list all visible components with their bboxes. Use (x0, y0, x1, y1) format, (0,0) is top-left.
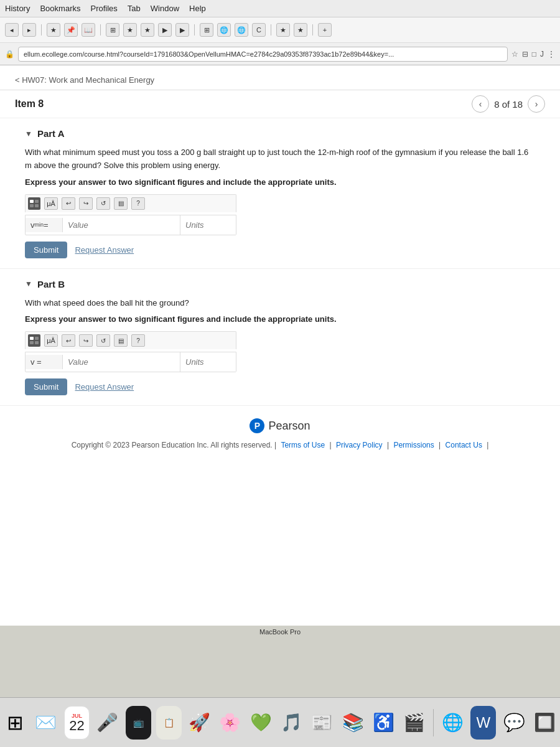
prev-item-button[interactable]: ‹ (472, 95, 489, 113)
part-a-submit-button[interactable]: Submit (25, 242, 67, 258)
part-a-action-row: Submit Request Answer (25, 242, 535, 258)
footer-links: Copyright © 2023 Pearson Education Inc. … (25, 441, 535, 449)
hw-title: < HW07: Work and Mechanical Energy (15, 75, 545, 85)
dock-siri[interactable]: 🎤 (95, 706, 120, 740)
permissions-link[interactable]: Permissions (393, 441, 434, 449)
part-b-units-input[interactable] (180, 352, 236, 372)
toolbar-row: ◂ ▸ ★ 📌 📖 ⊞ ★ ★ ▶ ▶ ⊞ 🌐 🌐 C ★ ★ + (0, 17, 560, 42)
part-b-value-input[interactable] (63, 352, 180, 372)
toolbar-icon-3[interactable]: ★ (141, 23, 154, 37)
play-button[interactable]: ▶ (158, 23, 172, 37)
dock-launchpad-2[interactable]: 🚀 (187, 706, 212, 740)
globe-icon[interactable]: 🌐 (217, 23, 231, 37)
keyboard-button-b[interactable]: ▤ (114, 334, 128, 347)
dock-messages[interactable]: 💬 (501, 706, 526, 740)
menu-history[interactable]: History (5, 4, 30, 13)
part-b-toggle[interactable]: ▼ (25, 280, 32, 288)
dock-accessibility[interactable]: ♿ (371, 706, 396, 740)
user-icon[interactable]: J (540, 50, 544, 59)
part-a-toggle[interactable]: ▼ (25, 129, 32, 138)
part-a-units-input[interactable] (180, 215, 236, 235)
part-b-title: Part B (37, 279, 65, 289)
part-a-answer-toolbar: μÂ ↩ ↪ ↺ ▤ ? (25, 194, 236, 212)
part-a-request-answer[interactable]: Request Answer (75, 245, 134, 255)
privacy-policy-link[interactable]: Privacy Policy (336, 441, 383, 449)
dock-launchpad[interactable]: ⊞ (2, 706, 28, 740)
macbook-label: MacBook Pro (0, 626, 560, 638)
toolbar-separator-4 (271, 24, 271, 35)
redo-button[interactable]: ↪ (79, 197, 93, 210)
c-icon[interactable]: C (252, 23, 266, 37)
back-button[interactable]: ◂ (5, 23, 19, 37)
dock: ⊞ ✉️ JUL 22 🎤 📺 📋 🚀 🌸 💚 🎵 📰 📚 ♿ 🎬 🌐 W 💬 … (0, 697, 560, 747)
dock-news[interactable]: 📰 (309, 706, 335, 740)
grid-icon[interactable]: ⊞ (200, 23, 213, 37)
pin-icon[interactable]: 📌 (64, 23, 78, 37)
pearson-brand-name: Pearson (268, 420, 310, 433)
star-icon-2[interactable]: ★ (276, 23, 290, 37)
dock-screenium[interactable]: 🎬 (401, 706, 427, 740)
terms-of-use-link[interactable]: Terms of Use (281, 441, 325, 449)
dock-notes[interactable]: 📋 (156, 706, 182, 740)
part-b-submit-button[interactable]: Submit (25, 378, 67, 395)
toolbar-separator-3 (194, 24, 195, 35)
help-button-a[interactable]: ? (131, 197, 145, 210)
dock-tv[interactable]: 📺 (126, 706, 151, 740)
undo-button[interactable]: ↩ (62, 197, 75, 210)
part-a-var-label: vmin = (26, 218, 63, 232)
lock-icon: 🔒 (5, 50, 14, 59)
address-input[interactable] (18, 47, 508, 62)
part-a-section: ▼ Part A With what minimum speed must yo… (0, 118, 560, 269)
play-button-2[interactable]: ▶ (175, 23, 189, 37)
next-item-button[interactable]: › (528, 95, 545, 113)
dock-finder[interactable]: 💚 (248, 706, 274, 740)
menu-profiles[interactable]: Profiles (90, 4, 117, 13)
dock-mail[interactable]: ✉️ (33, 706, 58, 740)
nav-count: 8 of 18 (494, 99, 523, 110)
toolbar-icon-2[interactable]: ★ (123, 23, 137, 37)
undo-button-b[interactable]: ↩ (62, 334, 75, 347)
dots-icon[interactable]: ⋮ (548, 50, 555, 59)
menu-tab[interactable]: Tab (128, 4, 141, 13)
address-bar: 🔒 ☆ ⊟ □ J ⋮ (0, 42, 560, 65)
dock-word[interactable]: W (470, 706, 496, 740)
mu-button[interactable]: μÂ (44, 197, 58, 210)
dock-books[interactable]: 📚 (340, 706, 365, 740)
reader-icon[interactable]: 📖 (82, 23, 95, 37)
mu-button-b[interactable]: μÂ (44, 334, 58, 347)
help-button-b[interactable]: ? (131, 334, 145, 347)
toolbar-icon-1[interactable]: ⊞ (106, 23, 119, 37)
footer-copyright: Copyright © 2023 Pearson Education Inc. … (72, 441, 273, 449)
refresh-button[interactable]: ↺ (96, 197, 110, 210)
redo-button-b[interactable]: ↪ (79, 334, 93, 347)
menu-help[interactable]: Help (189, 4, 206, 13)
contact-us-link[interactable]: Contact Us (446, 441, 482, 449)
star-icon[interactable]: ★ (47, 23, 60, 37)
hw-header: < HW07: Work and Mechanical Energy (0, 65, 560, 90)
matrix-icon[interactable] (28, 197, 40, 210)
part-b-answer-row: v = (25, 352, 236, 372)
part-a-question: With what minimum speed must you toss a … (25, 146, 535, 172)
part-a-value-input[interactable] (63, 215, 180, 235)
dock-calendar[interactable]: JUL 22 (64, 706, 90, 740)
dock-music[interactable]: 🎵 (279, 706, 304, 740)
plus-button[interactable]: + (318, 23, 332, 37)
matrix-icon-b[interactable] (28, 334, 40, 347)
dock-separator (433, 709, 434, 736)
menu-bookmarks[interactable]: Bookmarks (40, 4, 80, 13)
sidebar-icon[interactable]: ⊟ (522, 50, 528, 59)
dock-photos[interactable]: 🌸 (217, 706, 243, 740)
refresh-button-b[interactable]: ↺ (96, 334, 110, 347)
dock-extra[interactable]: 🔲 (532, 706, 558, 740)
dock-chrome[interactable]: 🌐 (440, 706, 465, 740)
globe-icon-2[interactable]: 🌐 (235, 23, 248, 37)
part-b-request-answer[interactable]: Request Answer (75, 382, 134, 392)
part-b-section: ▼ Part B With what speed does the ball h… (0, 269, 560, 406)
star-icon-3[interactable]: ★ (294, 23, 307, 37)
forward-button[interactable]: ▸ (22, 23, 36, 37)
window-icon[interactable]: □ (532, 50, 536, 59)
bookmark-icon[interactable]: ☆ (511, 50, 518, 59)
part-b-header: ▼ Part B (25, 279, 535, 289)
menu-window[interactable]: Window (151, 4, 179, 13)
keyboard-button[interactable]: ▤ (114, 197, 128, 210)
